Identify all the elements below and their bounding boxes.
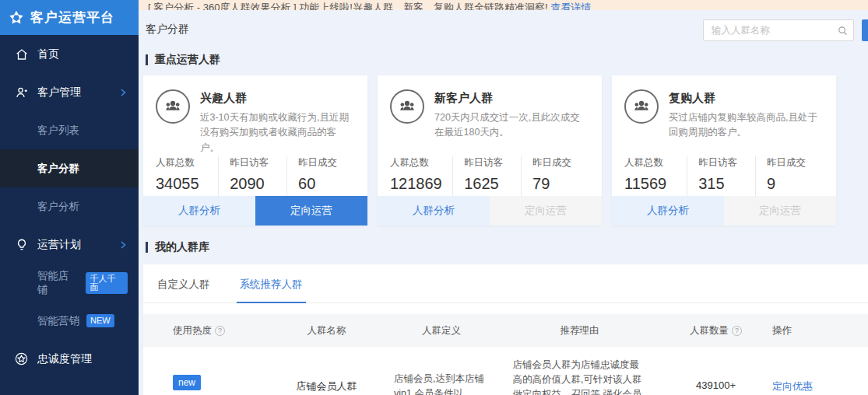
stat-visitors: 昨日访客 2090 [218, 156, 286, 196]
library-panel: 自定义人群 系统推荐人群 使用热度 ? 人群名称 人群定义 推荐理由 人群数量 … [143, 264, 868, 395]
announcement-detail-link[interactable]: 查看详情 [550, 2, 591, 10]
sidebar-item-label: 运营计划 [37, 238, 81, 252]
main-area: [ 客户分析 - 360度人群效果分析 ] 功能上线啦!兴趣人群、新客、复购人群… [139, 0, 868, 395]
sidebar-item-label: 首页 [37, 47, 59, 61]
stat-visitors: 昨日访客 1625 [452, 156, 521, 196]
stat-total: 人群总数 34055 [156, 156, 218, 196]
chevron-right-icon [118, 88, 128, 97]
sidebar-item-label: 忠诚度管理 [37, 352, 92, 366]
help-icon[interactable]: ? [732, 326, 742, 336]
page-header: 客户分群 [139, 10, 868, 44]
library-tabs: 自定义人群 系统推荐人群 [143, 264, 868, 303]
chevron-right-icon [118, 240, 128, 250]
table-row: new 店铺会员人群 店铺会员,达到本店铺 vip1 会员条件以... 店铺会员… [143, 347, 868, 395]
key-groups-cards: 兴趣人群 近3-10天有加购或收藏行为,且近期没有购买加购或者收藏商品的客户。 … [143, 75, 868, 225]
sidebar-item-label: 客户管理 [37, 86, 81, 100]
users-icon [14, 85, 29, 100]
table-header: 使用热度 ? 人群名称 人群定义 推荐理由 人群数量 ? 操作 [143, 314, 868, 347]
group-analysis-button[interactable]: 人群分析 [143, 196, 255, 225]
sidebar-item-loyalty-mgmt[interactable]: 忠诚度管理 [0, 340, 139, 378]
app-logo[interactable]: 客户运营平台 [0, 0, 139, 35]
smart-shop-badge: 千人千面 [86, 272, 128, 294]
section-bar [146, 242, 148, 253]
group-analysis-button[interactable]: 人群分析 [378, 196, 490, 225]
targeted-coupon-link[interactable]: 定向优惠 [772, 379, 813, 393]
group-icon [624, 89, 659, 124]
sidebar-item-smart-shop[interactable]: 智能店铺 千人千面 [0, 264, 139, 302]
stat-total: 人群总数 11569 [624, 156, 687, 196]
group-count: 439100+ [659, 379, 772, 391]
stat-deals: 昨日成交 9 [755, 156, 824, 196]
sidebar-item-operation-plan[interactable]: 运营计划 [0, 225, 139, 264]
sidebar-item-smart-marketing[interactable]: 智能营销 NEW [0, 302, 139, 340]
col-recommend-reason: 推荐理由 [500, 324, 659, 337]
sidebar-item-customer-mgmt[interactable]: 客户管理 [0, 73, 139, 111]
card-description: 近3-10天有加购或收藏行为,且近期没有购买加购或者收藏商品的客户。 [200, 110, 355, 156]
section-my-library-title: 我的人群库 [146, 239, 868, 255]
stat-deals: 昨日成交 60 [286, 156, 355, 196]
col-actions: 操作 [772, 324, 868, 337]
tab-custom-groups[interactable]: 自定义人群 [154, 278, 213, 302]
sidebar-item-customer-segment[interactable]: 客户分群 [0, 149, 139, 187]
sidebar-item-label: 智能店铺 [37, 269, 79, 297]
sidebar-item-customer-list[interactable]: 客户列表 [0, 111, 139, 149]
sidebar: 客户运营平台 首页 客户管理 客户列表 客户分群 客户分析 [0, 0, 139, 395]
bulb-icon [14, 237, 29, 252]
search-input[interactable] [712, 25, 837, 36]
pinwheel-icon [8, 9, 25, 26]
sidebar-item-customer-analysis[interactable]: 客户分析 [0, 187, 139, 225]
card-repurchase-group: 复购人群 买过店铺内复购率较高商品,且处于回购周期的客户。 人群总数 11569… [612, 75, 836, 225]
group-icon [390, 89, 424, 124]
sidebar-item-label: 客户分群 [37, 162, 79, 176]
card-interest-group: 兴趣人群 近3-10天有加购或收藏行为,且近期没有购买加购或者收藏商品的客户。 … [143, 75, 367, 225]
search-button-partial[interactable] [862, 19, 868, 41]
announcement-text: [ 客户分析 - 360度人群效果分析 ] 功能上线啦!兴趣人群、新客、复购人群… [148, 2, 548, 10]
new-badge: new [173, 375, 201, 390]
sidebar-item-home[interactable]: 首页 [0, 35, 139, 73]
card-title: 新客户人群 [434, 91, 589, 106]
targeted-operation-button[interactable]: 定向运营 [724, 196, 836, 225]
sidebar-item-label: 客户分析 [37, 200, 79, 214]
sidebar-item-label: 客户列表 [37, 124, 79, 138]
search-icon[interactable] [837, 25, 849, 37]
star-circle-icon [14, 351, 29, 366]
section-bar [146, 54, 148, 65]
card-new-customer-group: 新客户人群 720天内只成交过一次,且此次成交在最近180天内。 人群总数 12… [378, 75, 602, 225]
card-description: 720天内只成交过一次,且此次成交在最近180天内。 [434, 110, 589, 141]
targeted-operation-button[interactable]: 定向运营 [255, 196, 367, 225]
recommend-reason: 店铺会员人群为店铺忠诚度最高的高价值人群,可针对该人群做定向权益、召回等,强化会… [513, 358, 647, 395]
card-title: 兴趣人群 [200, 91, 355, 106]
card-title: 复购人群 [669, 91, 824, 106]
segment-search-box[interactable] [703, 19, 854, 41]
page-title: 客户分群 [146, 23, 189, 37]
announcement-banner: [ 客户分析 - 360度人群效果分析 ] 功能上线啦!兴趣人群、新客、复购人群… [139, 0, 868, 10]
new-feature-badge: NEW [86, 314, 114, 327]
group-name: 店铺会员人群 [270, 379, 383, 393]
col-group-definition: 人群定义 [383, 324, 500, 337]
group-definition: 店铺会员,达到本店铺 vip1 会员条件以... [394, 372, 489, 395]
home-icon [14, 47, 29, 61]
stat-total: 人群总数 121869 [390, 156, 452, 196]
col-group-count: 人群数量 ? [659, 324, 772, 337]
stat-deals: 昨日成交 79 [521, 156, 589, 196]
sidebar-item-label: 智能营销 [37, 314, 79, 328]
tab-system-recommended-groups[interactable]: 系统推荐人群 [237, 278, 306, 303]
app-title: 客户运营平台 [30, 9, 114, 26]
section-key-groups-title: 重点运营人群 [146, 52, 868, 68]
targeted-operation-button[interactable]: 定向运营 [490, 196, 602, 225]
col-group-name: 人群名称 [270, 324, 383, 337]
group-analysis-button[interactable]: 人群分析 [612, 196, 724, 225]
col-usage-heat: 使用热度 ? [173, 324, 270, 337]
stat-visitors: 昨日访客 315 [687, 156, 755, 196]
card-description: 买过店铺内复购率较高商品,且处于回购周期的客户。 [669, 110, 824, 141]
sidebar-menu: 首页 客户管理 客户列表 客户分群 客户分析 运营计划 [0, 35, 139, 378]
help-icon[interactable]: ? [215, 326, 225, 336]
group-icon [156, 89, 190, 124]
